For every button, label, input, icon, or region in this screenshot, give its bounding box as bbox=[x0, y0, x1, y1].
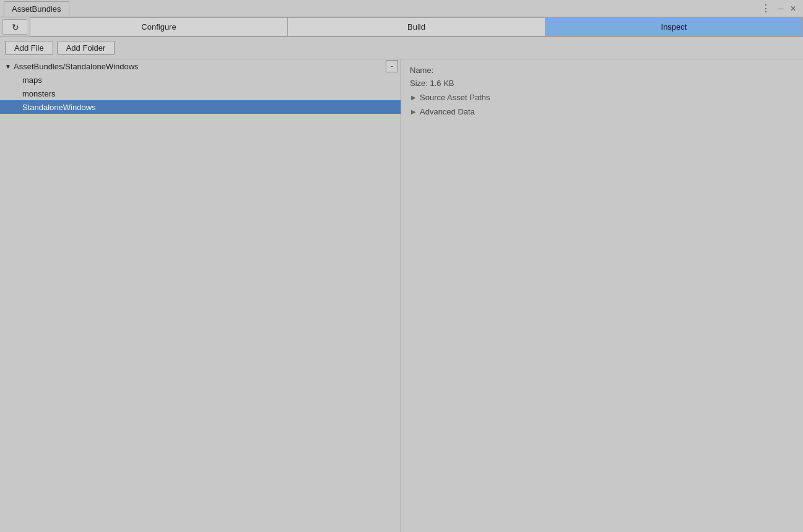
tree-item-maps-label: maps bbox=[22, 75, 42, 85]
tree-item-monsters[interactable]: monsters bbox=[0, 87, 401, 100]
refresh-icon: ↻ bbox=[12, 22, 19, 32]
left-panel: ▼ AssetBundles/StandaloneWindows - maps … bbox=[0, 59, 401, 532]
tab-build[interactable]: Build bbox=[288, 17, 545, 36]
inspect-name-label: Name: bbox=[410, 66, 794, 75]
main-content: ▼ AssetBundles/StandaloneWindows - maps … bbox=[0, 59, 803, 532]
advanced-data-label: Advanced Data bbox=[420, 107, 475, 116]
right-panel: Name: Size: 1.6 KB ▶ Source Asset Paths … bbox=[401, 59, 803, 532]
inspect-size-label: Size: 1.6 KB bbox=[410, 79, 794, 88]
advanced-data-arrow-icon: ▶ bbox=[410, 108, 417, 116]
tree-item-monsters-label: monsters bbox=[22, 89, 55, 98]
add-file-button[interactable]: Add File bbox=[5, 41, 53, 55]
source-asset-paths-section[interactable]: ▶ Source Asset Paths bbox=[410, 92, 794, 103]
refresh-button[interactable]: ↻ bbox=[2, 19, 27, 35]
tree-root-label: AssetBundles/StandaloneWindows bbox=[14, 62, 139, 71]
tree-collapse-icon: ▼ bbox=[4, 62, 12, 71]
tab-inspect[interactable]: Inspect bbox=[545, 17, 803, 36]
tree-collapse-button[interactable]: - bbox=[386, 60, 398, 72]
window-controls: ⋮ ─ ✕ bbox=[761, 2, 798, 14]
tree-area: ▼ AssetBundles/StandaloneWindows - maps … bbox=[0, 59, 401, 532]
title-bar: AssetBundles ⋮ ─ ✕ bbox=[0, 0, 803, 17]
window-title-tab[interactable]: AssetBundles bbox=[4, 1, 69, 17]
close-button[interactable]: ✕ bbox=[788, 4, 798, 14]
source-asset-paths-label: Source Asset Paths bbox=[420, 93, 490, 102]
tree-root-item[interactable]: ▼ AssetBundles/StandaloneWindows - bbox=[0, 59, 401, 73]
tree-item-standalonewindows[interactable]: StandaloneWindows bbox=[0, 100, 401, 114]
tree-item-standalonewindows-label: StandaloneWindows bbox=[22, 103, 96, 112]
action-bar: Add File Add Folder bbox=[0, 37, 803, 59]
toolbar: ↻ Configure Build Inspect bbox=[0, 17, 803, 37]
minimize-button[interactable]: ─ bbox=[776, 4, 786, 14]
main-window: AssetBundles ⋮ ─ ✕ ↻ Configure Build Ins… bbox=[0, 0, 803, 532]
source-asset-paths-arrow-icon: ▶ bbox=[410, 94, 417, 101]
more-options-icon[interactable]: ⋮ bbox=[761, 2, 771, 14]
tree-item-maps[interactable]: maps bbox=[0, 73, 401, 87]
add-folder-button[interactable]: Add Folder bbox=[57, 41, 115, 55]
tab-configure[interactable]: Configure bbox=[30, 17, 288, 36]
advanced-data-section[interactable]: ▶ Advanced Data bbox=[410, 106, 794, 118]
